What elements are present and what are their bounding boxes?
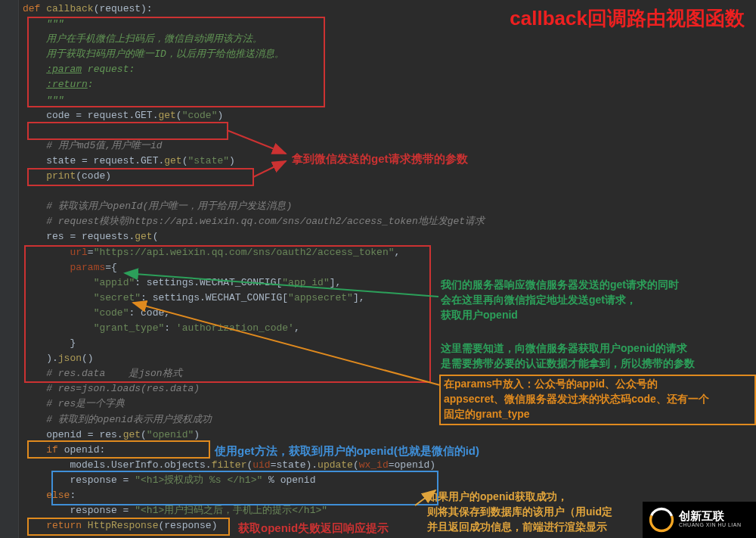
docstring-close: """ [23,93,756,108]
logo-text: 创新互联 [679,510,742,521]
doc-param: :param [46,64,82,75]
cmt-openid: # 获取该用户openId(用户唯一，用于给用户发送消息) [23,199,756,214]
fn-name: callback [46,3,93,14]
doc-return: :return [46,79,88,90]
params: (request): [94,3,153,14]
brand-logo: 创新互联 CHUANG XIN HU LIAN [643,502,756,538]
print-call: print [46,170,76,182]
cmt-md5: # 用户md5值,用户唯一id [23,138,756,154]
cmt-request-url: # request模块朝https://api.weixin.qq.com/sn… [23,214,756,229]
docstring-l2: 用于获取扫码用户的唯一ID，以后用于给他推送消息。 [23,47,756,62]
logo-subtext: CHUANG XIN HU LIAN [679,521,742,530]
kw-def: def [23,3,46,14]
logo-icon [649,507,674,533]
docstring-l1: 用户在手机微信上扫码后，微信自动调用该方法。 [23,32,756,47]
editor-gutter [0,0,19,538]
docstring-open: """ [23,17,756,32]
code-editor-area: def callback(request): """ 用户在手机微信上扫码后，微… [23,0,756,533]
